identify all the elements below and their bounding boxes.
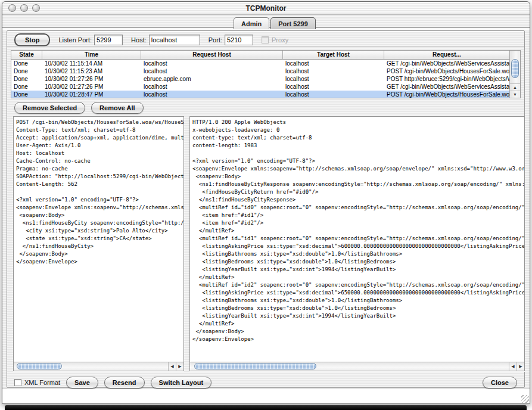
zoom-window-icon[interactable] [32,4,40,12]
host-input[interactable] [149,35,200,45]
remove-all-button[interactable]: Remove All [91,102,144,114]
xml-format-label: XML Format [24,379,60,386]
table-vertical-scrollbar[interactable]: ▲ ▼ [509,51,520,98]
scroll-left-icon[interactable]: ◀ [509,362,517,371]
title-bar[interactable]: TCPMonitor [2,2,530,15]
host-label: Host: [131,36,147,44]
background-window-edge [5,405,527,410]
scroll-up-icon[interactable]: ▲ [510,83,520,91]
table-row[interactable]: Done 10/30/02 01:27:26 PM localhost loca… [11,83,509,91]
table-row[interactable]: Done 10/30/02 11:15:23 AM localhost loca… [11,67,509,75]
status-bar [2,389,530,403]
column-header-request-host[interactable]: Request Host [141,51,283,59]
port-label: Port: [209,36,222,44]
request-panel: POST /cgi-bin/WebObjects/HousesForSale.w… [13,116,184,371]
scroll-right-icon[interactable]: ▶ [517,362,524,371]
save-button[interactable]: Save [66,377,98,389]
scroll-left-icon[interactable]: ◀ [168,362,176,371]
table-header: State Time Request Host Target Host Requ… [11,51,509,60]
tcpmonitor-window: TCPMonitor Admin Port 5299 Stop Listen P… [2,1,530,404]
stop-button[interactable]: Stop [14,33,50,46]
close-button[interactable]: Close [483,377,517,389]
table-row[interactable]: Done 10/30/02 01:27:26 PM ebruce.apple.c… [11,75,509,83]
close-window-icon[interactable] [8,4,16,12]
footer-controls: XML Format Save Resend Switch Layout Clo… [14,375,517,390]
requests-table: State Time Request Host Target Host Requ… [11,50,521,98]
minimize-window-icon[interactable] [20,4,28,12]
table-row-selected[interactable]: Done 10/30/02 01:28:47 PM localhost loca… [11,91,509,98]
response-panel: HTTP/1.0 200 Apple WebObjects x-webobjec… [189,116,525,371]
table-row[interactable]: Done 10/30/02 11:15:14 AM localhost loca… [11,60,509,67]
scroll-right-icon[interactable]: ▶ [176,362,183,371]
column-header-request[interactable]: Request... [384,51,509,59]
tab-strip: Admin Port 5299 [2,15,530,30]
column-header-state[interactable]: State [11,51,42,59]
column-header-time[interactable]: Time [42,51,141,59]
tab-admin[interactable]: Admin [234,17,269,29]
scroll-down-icon[interactable]: ▼ [510,91,520,98]
content-frame: Stop Listen Port: Host: Port: Proxy Stat… [7,30,525,388]
proxy-checkbox[interactable] [262,36,269,44]
proxy-checkbox-label: Proxy [272,36,288,44]
table-scrollbar-thumb[interactable] [511,59,519,78]
switch-layout-button[interactable]: Switch Layout [151,377,212,389]
window-title: TCPMonitor [2,4,530,13]
port-input[interactable] [225,35,253,45]
request-horizontal-scrollbar[interactable]: ◀ ▶ [14,362,183,371]
response-scrollbar-thumb[interactable] [194,363,316,369]
listen-port-input[interactable] [94,35,123,45]
tab-port-5299[interactable]: Port 5299 [270,17,316,29]
response-horizontal-scrollbar[interactable]: ◀ ▶ [190,362,524,371]
resize-grip-icon[interactable] [521,395,529,403]
listen-port-label: Listen Port: [58,36,92,44]
remove-selected-button[interactable]: Remove Selected [14,102,85,114]
column-header-target-host[interactable]: Target Host [283,51,384,59]
response-text[interactable]: HTTP/1.0 200 Apple WebObjects x-webobjec… [190,117,524,362]
resend-button[interactable]: Resend [104,377,145,389]
request-text[interactable]: POST /cgi-bin/WebObjects/HousesForSale.w… [14,117,183,362]
xml-format-checkbox[interactable] [14,379,21,386]
request-scrollbar-thumb[interactable] [17,363,62,369]
remove-actions: Remove Selected Remove All [14,102,144,114]
connection-controls: Stop Listen Port: Host: Port: Proxy [7,31,524,48]
